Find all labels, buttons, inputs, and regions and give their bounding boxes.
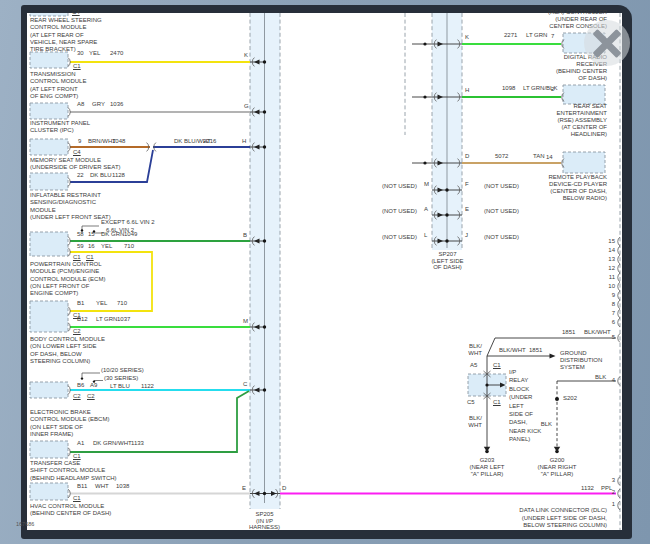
pin-label: YEL <box>101 243 112 250</box>
bus-terminal-letter: D <box>282 485 286 492</box>
splice-label: SP207(LEFT SIDEOF DASH) <box>417 251 478 271</box>
pin-label: A8 <box>77 101 84 108</box>
bus-terminal-letter: M <box>243 318 248 325</box>
module-name: DIGITAL RADIORECEIVER(BEHIND CENTEROF DA… <box>450 54 607 82</box>
module-name: DATA LINK CONNECTOR (DLC)(UNDER LEFT SID… <box>440 507 607 530</box>
wire-label: BLK/WHT <box>458 415 482 428</box>
wire-label: 2271 <box>504 32 517 39</box>
pin-label: B12 <box>77 316 88 323</box>
splice-label: S202 <box>563 395 577 402</box>
pin-label: 710 <box>117 300 127 307</box>
margin-pin: 15 <box>603 238 615 245</box>
not-used-label: (NOT USED) <box>382 234 417 241</box>
margin-pin: 12 <box>603 265 615 272</box>
wire-label: BLK/WHT <box>458 343 482 356</box>
pin-label: B6 <box>77 382 84 389</box>
margin-pin: 1 <box>603 501 615 508</box>
module-name: REAR WHEEL STEERINGCONTROL MODULE(AT LEF… <box>30 17 102 53</box>
connector-label: C2 <box>73 328 81 335</box>
pin-label: 710 <box>124 243 134 250</box>
pin-label: 59 <box>77 243 84 250</box>
connector-label: C1 <box>86 254 94 261</box>
close-icon[interactable] <box>584 20 630 66</box>
margin-pin: 11 <box>603 274 615 281</box>
ground-label: G200(NEAR RIGHT"A" PILLAR) <box>527 457 587 477</box>
wire-label: 5072 <box>495 153 508 160</box>
module-name: TRANSFER CASESHIFT CONTROL MODULE(BEHIND… <box>30 460 117 482</box>
bus-terminal-letter: C <box>243 381 247 388</box>
connector-label: C1 <box>73 254 81 261</box>
diagram-labels: C4 REAR WHEEL STEERINGCONTROL MODULE(AT … <box>0 0 650 544</box>
bus-terminal-letter: M <box>424 181 429 188</box>
pin-label: 15 <box>88 231 95 238</box>
pin-label: 2470 <box>110 50 123 57</box>
connector-label: C2 <box>87 393 95 400</box>
bus-terminal-letter: H <box>242 138 246 145</box>
pin-label: A9 <box>90 382 97 389</box>
pin-label: 1038 <box>116 483 129 490</box>
pin-label: YEL <box>89 50 100 57</box>
module-name: MEMORY SEAT MODULE(UNDERSIDE OF DRIVER S… <box>30 157 121 172</box>
pin-label: YEL <box>96 300 107 307</box>
connector-label: A5 <box>470 362 477 369</box>
ground-label: G203(NEAR LEFT"A" PILLAR) <box>457 457 517 477</box>
connector-label: C5 <box>467 399 475 406</box>
module-name: INSTRUMENT PANELCLUSTER (IPC) <box>30 120 90 135</box>
pin-label: LT GRN <box>96 316 117 323</box>
wire-label: 1132 <box>581 485 594 492</box>
pin-label: LT BLU <box>110 383 130 390</box>
module-name: (RSA) CONTROLLER(UNDER REAR OFCENTER CON… <box>450 9 607 30</box>
connector-label: C1 <box>493 362 501 369</box>
connector-label: C4 <box>72 9 80 16</box>
bus-terminal-letter: E <box>242 485 246 492</box>
connector-label: C1 <box>493 399 501 406</box>
pin-label: 58 <box>77 231 84 238</box>
pin-label: 7 <box>551 33 554 40</box>
wire-label: BLK/WHT <box>584 329 611 336</box>
bus-terminal-letter: L <box>424 232 427 239</box>
pin-label: 1049 <box>124 231 137 238</box>
wire-label: 2216 <box>203 138 216 145</box>
margin-pin: 6 <box>603 319 615 326</box>
wire-label: BLK <box>538 421 552 428</box>
margin-pin: 14 <box>603 247 615 254</box>
pin-label: 1048 <box>112 138 125 145</box>
pin-label: 14 <box>546 154 553 161</box>
pin-label: 1128 <box>112 172 125 179</box>
pin-label: GRY <box>92 101 105 108</box>
pin-label: 9 <box>78 138 81 145</box>
bus-terminal-letter: D <box>465 153 469 160</box>
pin-label: DK GRN <box>101 231 124 238</box>
pin-label: 2 <box>551 86 554 93</box>
not-used-label: (NOT USED) <box>382 183 417 190</box>
pin-label: 1036 <box>110 101 123 108</box>
margin-pin: 8 <box>603 301 615 308</box>
splice-label: SP205(IN I/PHARNESS) <box>234 511 295 531</box>
connector-label: C1 <box>73 453 81 460</box>
wire-label: BLK/WHT <box>499 347 526 354</box>
wire-label: BLK <box>595 374 606 381</box>
module-annotation: (10/20 SERIES) <box>101 367 144 374</box>
connector-label: C2 <box>73 393 81 400</box>
not-used-label: (NOT USED) <box>382 208 417 215</box>
not-used-label: (NOT USED) <box>484 234 519 241</box>
module-annotation: (30 SERIES) <box>104 375 138 382</box>
pin-label: A1 <box>77 440 84 447</box>
doc-number: 167686 <box>16 521 34 528</box>
pin-label: WHT <box>95 483 109 490</box>
module-name: REAR SEATENTERTAINMENT(RSE) ASSEMBLY(AT … <box>450 103 607 138</box>
wire-label: 1851 <box>529 347 542 354</box>
wiring-diagram-viewer: C4 REAR WHEEL STEERINGCONTROL MODULE(AT … <box>0 0 650 544</box>
ground-system-label: GROUNDDISTRIBUTIONSYSTEM <box>560 350 602 371</box>
bus-terminal-letter: K <box>244 52 248 59</box>
bus-terminal-letter: B <box>243 232 247 239</box>
pin-label: B11 <box>77 483 87 490</box>
wire-label: LT GRN <box>526 32 547 39</box>
not-used-label: (NOT USED) <box>484 208 519 215</box>
pin-label: 1037 <box>117 316 130 323</box>
module-annotation: EXCEPT 6.6L VIN 2 <box>101 219 155 226</box>
pin-label: DK GRN/WHT <box>93 440 132 447</box>
connector-label: C1 <box>73 495 81 502</box>
module-name: INFLATABLE RESTRAINTSENSING/DIAGNOSTICMO… <box>30 192 111 221</box>
margin-pin: 10 <box>603 283 615 290</box>
